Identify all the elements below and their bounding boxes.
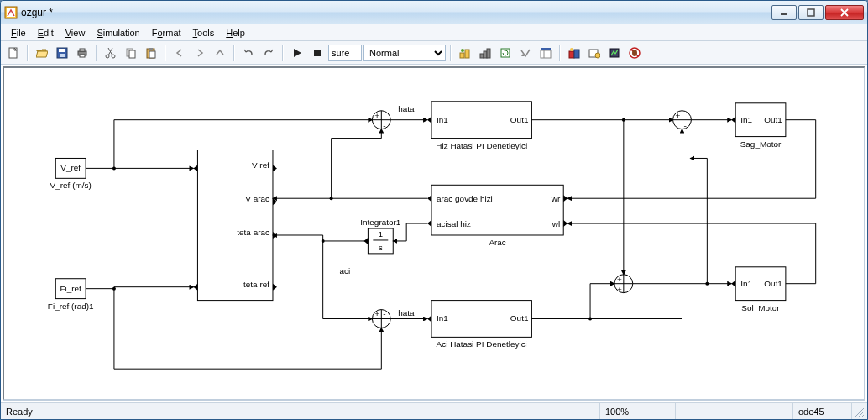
svg-text:Sol_Motor: Sol_Motor <box>741 303 780 312</box>
library-browser-button[interactable] <box>565 44 583 62</box>
block-vref[interactable]: V_ref V_ref (m/s) <box>50 158 92 190</box>
up-button[interactable] <box>211 44 229 62</box>
svg-text:wl: wl <box>552 219 560 228</box>
svg-text:Hiz Hatasi PI Denetleyici: Hiz Hatasi PI Denetleyici <box>436 141 527 150</box>
sum-hata-top[interactable]: + - <box>372 111 390 130</box>
open-button[interactable] <box>33 44 51 62</box>
redo-button[interactable] <box>259 44 278 62</box>
save-button[interactable] <box>53 44 71 62</box>
stop-button[interactable] <box>308 44 327 62</box>
model-canvas[interactable]: .blk { fill:#fff; stroke:#000; stroke-wi… <box>3 66 865 401</box>
cut-button[interactable] <box>102 44 120 62</box>
sum-right-bottom[interactable]: + + <box>614 275 633 294</box>
svg-point-33 <box>595 53 600 58</box>
svg-text:-: - <box>383 121 385 130</box>
svg-rect-10 <box>80 55 85 57</box>
back-button[interactable] <box>170 44 189 62</box>
svg-text:Aci Hatasi PI Denetleyici: Aci Hatasi PI Denetleyici <box>437 339 527 349</box>
menu-file[interactable]: File <box>6 27 31 39</box>
block-sag-motor[interactable]: In1 Out1 Sag_Motor <box>731 103 786 149</box>
titlebar: ozgur * <box>1 1 867 24</box>
block-controller[interactable]: V ref V arac teta arac teta ref <box>193 150 276 301</box>
svg-text:Out1: Out1 <box>510 115 529 124</box>
label-hata2: hata <box>398 308 415 318</box>
menu-format[interactable]: Format <box>147 27 186 39</box>
label-hata1: hata <box>398 104 415 113</box>
svg-point-31 <box>570 48 573 51</box>
svg-text:+: + <box>374 111 379 120</box>
svg-point-11 <box>106 55 109 58</box>
svg-text:-: - <box>383 309 385 318</box>
menu-simulation[interactable]: Simulation <box>92 27 144 39</box>
svg-rect-18 <box>314 50 321 56</box>
svg-text:V_ref: V_ref <box>60 163 81 172</box>
svg-rect-30 <box>574 50 579 58</box>
status-zoom: 100% <box>600 403 676 419</box>
app-window: ozgur * File Edit View Simulation Format… <box>0 0 868 420</box>
update-diagram-button[interactable] <box>516 44 535 62</box>
label-aci: aci <box>340 266 351 276</box>
status-blank <box>676 403 793 419</box>
model-explorer-button[interactable] <box>536 44 555 62</box>
svg-rect-17 <box>149 51 155 58</box>
forward-button[interactable] <box>191 44 209 62</box>
sum-hata-bottom[interactable]: + - <box>372 309 390 328</box>
stop-time-input[interactable] <box>328 45 362 61</box>
svg-text:wr: wr <box>551 194 561 203</box>
copy-button[interactable] <box>122 44 140 62</box>
menu-view[interactable]: View <box>60 27 91 39</box>
svg-rect-43 <box>197 150 273 301</box>
sum-right-top[interactable]: + - <box>673 111 692 130</box>
svg-text:In1: In1 <box>740 115 752 124</box>
port-values-button[interactable] <box>605 44 624 62</box>
build-button[interactable] <box>476 44 494 62</box>
svg-rect-23 <box>484 51 487 58</box>
svg-rect-24 <box>487 49 490 58</box>
svg-text:s: s <box>379 243 383 252</box>
svg-text:Arac: Arac <box>489 238 505 247</box>
block-arac[interactable]: arac govde hizi acisal hiz wr wl Arac <box>427 185 567 247</box>
paste-button[interactable] <box>142 44 160 62</box>
menu-edit[interactable]: Edit <box>33 27 59 39</box>
window-title: ozgur * <box>21 7 770 18</box>
start-button[interactable] <box>288 44 306 62</box>
window-buttons <box>770 5 864 20</box>
new-model-button[interactable] <box>4 44 23 62</box>
block-sol-motor[interactable]: In1 Out1 Sol_Motor <box>731 267 786 312</box>
svg-text:acisal hiz: acisal hiz <box>437 219 471 228</box>
svg-text:Integrator1: Integrator1 <box>360 218 401 227</box>
block-firef[interactable]: Fi_ref Fi_ref (rad)1 <box>48 279 94 311</box>
debug-button[interactable] <box>625 44 644 62</box>
refresh-blocks-button[interactable] <box>496 44 515 62</box>
close-button[interactable] <box>825 5 864 20</box>
minimize-button[interactable] <box>771 5 797 20</box>
svg-text:V_ref (m/s): V_ref (m/s) <box>50 181 92 190</box>
maximize-button[interactable] <box>798 5 824 20</box>
svg-text:V arac: V arac <box>245 194 269 203</box>
svg-point-21 <box>461 49 464 52</box>
svg-text:Sag_Motor: Sag_Motor <box>740 139 782 149</box>
print-button[interactable] <box>73 44 92 62</box>
svg-rect-27 <box>541 50 551 58</box>
svg-text:Out1: Out1 <box>510 313 529 323</box>
svg-rect-9 <box>80 49 85 51</box>
svg-text:-: - <box>683 121 686 130</box>
block-integrator[interactable]: 1 s Integrator1 <box>360 218 401 254</box>
undo-button[interactable] <box>239 44 258 62</box>
block-aci-pi[interactable]: In1 Out1 Aci Hatasi PI Denetleyici <box>427 301 531 349</box>
svg-text:Fi_ref (rad)1: Fi_ref (rad)1 <box>48 302 94 311</box>
statusbar: Ready 100% ode45 <box>1 402 867 419</box>
svg-text:In1: In1 <box>740 279 752 288</box>
incremental-build-button[interactable] <box>456 44 474 62</box>
block-hiz-pi[interactable]: In1 Out1 Hiz Hatasi PI Denetleyici <box>427 102 531 150</box>
model-config-button[interactable] <box>585 44 604 62</box>
svg-text:1: 1 <box>379 229 384 239</box>
menu-tools[interactable]: Tools <box>188 27 220 39</box>
svg-text:+: + <box>617 285 622 294</box>
svg-rect-19 <box>460 53 464 58</box>
svg-text:V ref: V ref <box>252 160 269 170</box>
menu-help[interactable]: Help <box>221 27 250 39</box>
sim-mode-select[interactable]: Normal <box>363 45 446 61</box>
svg-text:+: + <box>676 111 681 120</box>
resize-grip-icon[interactable] <box>852 405 865 418</box>
